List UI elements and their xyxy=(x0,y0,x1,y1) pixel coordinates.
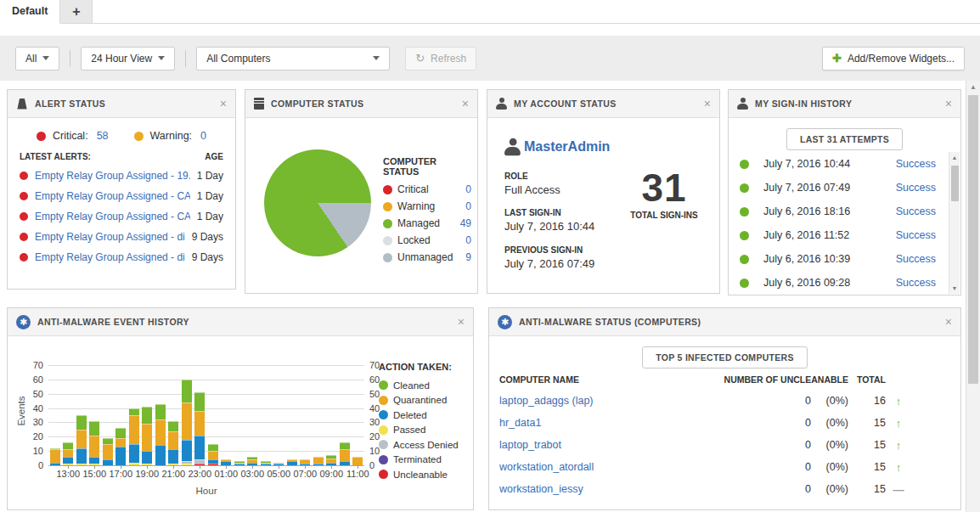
scroll-down-icon[interactable]: ▼ xyxy=(949,285,960,291)
alert-link[interactable]: Empty Relay Group Assigned - CA... xyxy=(35,190,190,202)
legend-row: Locked0 xyxy=(383,234,471,246)
legend-count-link[interactable]: 0 xyxy=(465,200,471,212)
x-tick xyxy=(147,465,148,469)
stacked-bar[interactable] xyxy=(326,455,336,465)
legend-count-link[interactable]: 9 xyxy=(465,251,471,263)
close-icon[interactable]: × xyxy=(945,98,952,110)
stacked-bar[interactable] xyxy=(352,457,363,465)
scroll-thumb[interactable] xyxy=(968,95,978,384)
legend-count-link[interactable]: 0 xyxy=(465,183,471,195)
stacked-bar[interactable] xyxy=(63,442,73,465)
computer-name-link[interactable]: hr_data1 xyxy=(499,417,541,429)
alert-link[interactable]: Empty Relay Group Assigned - CA... xyxy=(35,211,190,222)
bar-segment-cleaned xyxy=(247,457,257,459)
alert-link[interactable]: Empty Relay Group Assigned - dir... xyxy=(35,251,185,263)
signin-result-link[interactable]: Success xyxy=(896,277,936,289)
top5-infected-button[interactable]: TOP 5 INFECTED COMPUTERS xyxy=(642,346,808,369)
stacked-bar[interactable] xyxy=(287,459,297,465)
alert-age: 1 Day xyxy=(197,190,223,202)
stacked-bar[interactable] xyxy=(194,392,205,465)
widget-title: ANTI-MALWARE STATUS (COMPUTERS) xyxy=(519,317,701,327)
uncleanable-cell: 0 xyxy=(657,439,811,451)
signin-scrollbar[interactable]: ▲ ▼ xyxy=(949,152,960,294)
stacked-bar[interactable] xyxy=(234,461,245,465)
page-scrollbar[interactable]: ▲ xyxy=(966,81,980,512)
stacked-bar[interactable] xyxy=(261,461,271,465)
signin-result-link[interactable]: Success xyxy=(896,205,936,217)
signin-result-link[interactable]: Success xyxy=(896,253,936,265)
view-dropdown-label: 24 Hour View xyxy=(91,53,152,65)
legend-count-link[interactable]: 0 xyxy=(465,234,471,246)
warning-count-link[interactable]: 0 xyxy=(200,130,206,142)
alert-link[interactable]: Empty Relay Group Assigned - dir... xyxy=(35,231,185,243)
table-row: workstation_atordall0(0%)15↑ xyxy=(489,456,960,478)
stacked-bar[interactable] xyxy=(76,415,87,465)
close-icon[interactable]: × xyxy=(462,98,469,110)
x-axis-title: Hour xyxy=(48,486,364,496)
stacked-bar[interactable] xyxy=(50,448,60,465)
stacked-bar[interactable] xyxy=(208,444,218,465)
stacked-bar[interactable] xyxy=(313,457,324,465)
x-tick xyxy=(252,465,253,469)
bar-segment-deleted xyxy=(182,440,192,461)
computers-select[interactable]: All Computers xyxy=(196,47,390,70)
stacked-bar[interactable] xyxy=(300,459,310,465)
scroll-up-icon[interactable]: ▲ xyxy=(949,155,960,160)
stacked-bar[interactable] xyxy=(168,421,178,465)
stacked-bar[interactable] xyxy=(247,457,257,465)
computer-name-link[interactable]: laptop_adaggs (lap) xyxy=(499,395,594,407)
alert-link[interactable]: Empty Relay Group Assigned - 19... xyxy=(35,170,190,182)
y-tick-label: 30 xyxy=(369,417,395,427)
computer-status-pie[interactable] xyxy=(264,149,371,256)
critical-count-link[interactable]: 58 xyxy=(97,130,109,142)
x-tick-label: 01:00 xyxy=(214,469,238,479)
add-remove-widgets-button[interactable]: ✚ Add/Remove Widgets... xyxy=(822,47,965,70)
last-attempts-button[interactable]: LAST 31 ATTEMPTS xyxy=(786,128,903,150)
bar-segment-cleaned xyxy=(194,392,205,411)
scroll-up-icon[interactable]: ▲ xyxy=(966,83,980,91)
uncleanable-cell: 0 xyxy=(657,461,811,473)
y-tick-label: 50 xyxy=(369,389,395,399)
computer-name-cell: laptop_trabot xyxy=(499,439,657,451)
legend-count-link[interactable]: 49 xyxy=(460,217,471,229)
username-link[interactable]: MasterAdmin xyxy=(524,139,610,155)
stacked-bar[interactable] xyxy=(340,442,350,465)
scroll-thumb[interactable] xyxy=(951,166,959,201)
scope-dropdown[interactable]: All xyxy=(15,47,59,70)
latest-alerts-label: LATEST ALERTS: xyxy=(20,152,91,161)
computer-name-link[interactable]: workstation_atordall xyxy=(499,461,594,473)
success-dot-icon xyxy=(740,231,749,240)
close-icon[interactable]: × xyxy=(220,98,227,110)
close-icon[interactable]: × xyxy=(458,316,465,328)
stacked-bar[interactable] xyxy=(103,438,113,465)
total-signins-value: 31 xyxy=(622,168,707,207)
bar-segment-cleaned xyxy=(50,448,60,450)
widget-title: ALERT STATUS xyxy=(35,98,105,109)
close-icon[interactable]: × xyxy=(945,316,952,328)
stacked-bar[interactable] xyxy=(221,459,231,465)
signin-result-link[interactable]: Success xyxy=(896,158,936,170)
stacked-bar[interactable] xyxy=(155,404,166,465)
infected-computers-table: COMPUTER NAME NUMBER OF UNCLEANABLE TOTA… xyxy=(489,369,960,500)
bar-segment-deleted xyxy=(63,457,73,464)
stacked-bar[interactable] xyxy=(89,421,99,465)
trend-flat-icon: — xyxy=(886,483,911,496)
x-tick xyxy=(358,465,358,469)
computer-name-link[interactable]: laptop_trabot xyxy=(499,439,561,451)
stacked-bar[interactable] xyxy=(129,408,139,465)
stacked-bar[interactable] xyxy=(182,380,192,465)
refresh-button[interactable]: ↻ Refresh xyxy=(405,47,476,70)
signin-result-link[interactable]: Success xyxy=(896,229,936,241)
legend-label: Terminated xyxy=(393,454,442,464)
stacked-bar[interactable] xyxy=(115,428,126,465)
tab-default[interactable]: Default xyxy=(0,0,60,24)
signin-result-link[interactable]: Success xyxy=(896,182,936,194)
y-tick-label: 60 xyxy=(369,374,395,385)
legend-row: Warning0 xyxy=(383,200,471,212)
add-tab-button[interactable]: + xyxy=(60,0,93,23)
view-dropdown[interactable]: 24 Hour View xyxy=(81,47,175,70)
gridline xyxy=(48,394,364,395)
stacked-bar[interactable] xyxy=(142,407,152,465)
close-icon[interactable]: × xyxy=(704,98,711,110)
computer-name-link[interactable]: workstation_iessy xyxy=(499,483,583,495)
